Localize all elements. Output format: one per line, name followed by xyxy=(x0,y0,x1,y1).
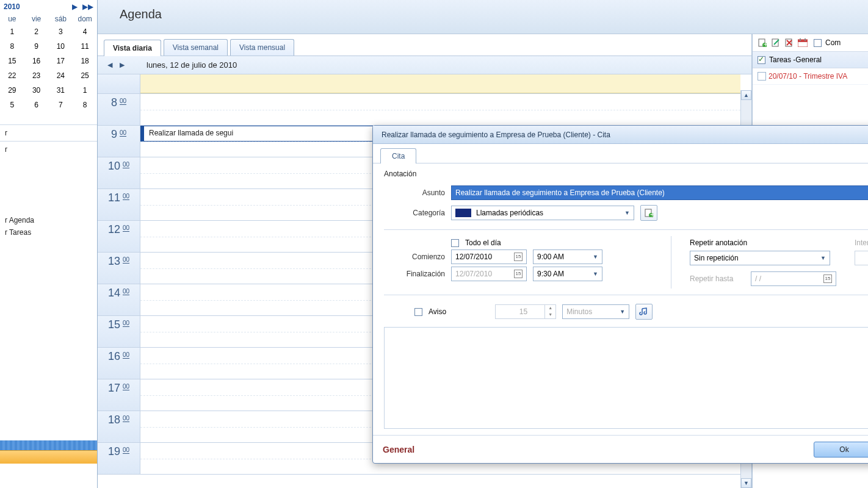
mini-cal-day[interactable]: 24 xyxy=(49,70,73,82)
tab-monthly[interactable]: Vista mensual xyxy=(230,39,294,56)
start-date-input[interactable]: 12/07/2010 15 xyxy=(451,249,527,264)
prev-day-icon[interactable]: ◀ xyxy=(104,61,116,69)
chevron-down-icon: ▼ xyxy=(624,210,630,216)
hour-gutter: 900 xyxy=(98,126,140,157)
sidebar-white-bar xyxy=(0,464,97,488)
label-asunto: Asunto xyxy=(384,188,445,197)
all-day-checkbox[interactable] xyxy=(451,239,459,247)
label-comienzo: Comienzo xyxy=(384,253,445,261)
mini-cal-day[interactable]: 11 xyxy=(73,40,97,52)
svg-rect-7 xyxy=(800,38,801,41)
mini-cal-day[interactable]: 22 xyxy=(0,70,24,82)
label-finalizacion: Finalización xyxy=(384,270,445,278)
mini-cal-day[interactable]: 7 xyxy=(49,99,73,111)
mini-cal-day[interactable]: 10 xyxy=(49,40,73,52)
sidebar-item-a[interactable]: r xyxy=(0,124,97,141)
repeat-select[interactable]: Sin repetición ▼ xyxy=(690,251,830,265)
calendar-icon[interactable]: 15 xyxy=(514,270,523,278)
mini-cal-day[interactable]: 3 xyxy=(49,26,73,38)
chevron-down-icon: ▼ xyxy=(593,254,598,260)
mini-cal-month: 2010 xyxy=(4,2,20,11)
mini-cal-day[interactable]: 17 xyxy=(49,55,73,67)
mini-cal-day[interactable]: 8 xyxy=(0,40,24,52)
calendar-icon[interactable]: 15 xyxy=(823,274,832,283)
sound-button[interactable] xyxy=(635,304,653,320)
subject-input[interactable] xyxy=(451,185,868,200)
task-add-icon[interactable]: + xyxy=(758,38,767,48)
tab-daily[interactable]: Vista diaria xyxy=(104,40,161,56)
end-date-input[interactable]: 12/07/2010 15 xyxy=(451,267,527,281)
hour-gutter: 1300 xyxy=(98,253,140,284)
label-categoria: Categoría xyxy=(384,209,445,217)
dialog-status: General xyxy=(383,445,414,454)
ok-button[interactable]: Ok xyxy=(814,442,868,458)
chevron-down-icon: ▼ xyxy=(820,255,826,261)
mini-cal-day[interactable]: 23 xyxy=(24,70,49,82)
chevron-down-icon: ▼ xyxy=(620,309,625,315)
mini-cal-day[interactable]: 25 xyxy=(73,70,97,82)
svg-text:+: + xyxy=(650,210,653,217)
category-value: Llamadas periódicas xyxy=(476,209,543,217)
label-intervalo: Intervalo (Días) xyxy=(855,239,868,247)
mini-cal-day[interactable]: 6 xyxy=(24,99,49,111)
tasks-header-checkbox[interactable] xyxy=(758,56,765,64)
current-date-label: lunes, 12 de julio de 2010 xyxy=(146,60,237,70)
alarm-unit-select[interactable]: Minutos ▼ xyxy=(562,304,629,319)
task-edit-icon[interactable] xyxy=(771,38,781,48)
spin-down-icon[interactable]: ▼ xyxy=(545,312,555,318)
sidebar-link-agenda[interactable]: r Agenda xyxy=(0,212,97,228)
spin-up-icon[interactable]: ▲ xyxy=(545,305,555,312)
mini-cal-day[interactable]: 1 xyxy=(73,84,97,96)
alarm-checkbox[interactable] xyxy=(414,308,422,316)
task-delete-icon[interactable] xyxy=(784,38,794,48)
mini-cal-day[interactable]: 16 xyxy=(24,55,49,67)
end-time-input[interactable]: 9:30 AM ▼ xyxy=(533,267,602,281)
mini-cal-next-icon[interactable]: ▶ xyxy=(72,2,78,11)
task-calendar-icon[interactable] xyxy=(798,38,808,48)
music-note-icon xyxy=(639,307,649,316)
mini-cal-day[interactable]: 31 xyxy=(49,84,73,96)
mini-cal-day[interactable]: 30 xyxy=(24,84,49,96)
tab-weekly[interactable]: Vista semanal xyxy=(164,39,228,56)
sidebar-orange-bar[interactable] xyxy=(0,450,97,464)
mini-cal-day[interactable]: 15 xyxy=(0,55,24,67)
dialog-title: Realizar llamada de seguimiento a Empres… xyxy=(382,131,868,139)
hour-gutter: 1400 xyxy=(98,284,140,315)
task-item[interactable]: 20/07/10 - Trimestre IVA xyxy=(753,68,868,85)
category-color-swatch xyxy=(455,209,471,217)
next-day-icon[interactable]: ▶ xyxy=(116,61,128,69)
mini-cal-day[interactable]: 1 xyxy=(0,26,24,38)
mini-cal-day[interactable]: 18 xyxy=(73,55,97,67)
scroll-down-icon[interactable]: ▼ xyxy=(741,478,751,488)
section-anotacion: Anotación xyxy=(384,170,868,178)
svg-rect-6 xyxy=(798,40,808,42)
left-sidebar: 2010 ▶ ▶▶ ueviesábdom 123489101115161718… xyxy=(0,0,98,488)
label-all-day: Todo el día xyxy=(465,239,501,247)
add-category-button[interactable]: + xyxy=(640,205,657,221)
start-time-input[interactable]: 9:00 AM ▼ xyxy=(533,249,602,264)
all-day-slot[interactable] xyxy=(140,74,740,93)
calendar-icon[interactable]: 15 xyxy=(514,253,523,261)
mini-cal-fwd-icon[interactable]: ▶▶ xyxy=(82,2,93,11)
sidebar-blue-bar xyxy=(0,440,97,450)
hour-gutter: 800 xyxy=(98,94,140,125)
mini-cal-day[interactable]: 2 xyxy=(24,26,49,38)
notes-textarea[interactable]: ▲ ▼ xyxy=(384,327,868,429)
category-select[interactable]: Llamadas periódicas ▼ xyxy=(451,206,634,220)
svg-rect-8 xyxy=(805,38,806,41)
mini-cal-day[interactable]: 8 xyxy=(73,99,97,111)
alarm-value-spinner[interactable]: ▲▼ xyxy=(495,304,556,319)
tasks-header-label: Tareas -General xyxy=(769,56,822,64)
dialog-tab-cita[interactable]: Cita xyxy=(380,148,416,163)
task-filter-checkbox[interactable] xyxy=(814,39,822,47)
interval-spinner[interactable]: ▲▼ xyxy=(855,251,868,265)
scroll-up-icon[interactable]: ▲ xyxy=(741,90,751,100)
mini-cal-day[interactable]: 5 xyxy=(0,99,24,111)
sidebar-item-b[interactable]: r xyxy=(0,141,97,157)
hour-slot[interactable] xyxy=(140,94,740,125)
mini-cal-day[interactable]: 29 xyxy=(0,84,24,96)
mini-cal-day[interactable]: 9 xyxy=(24,40,49,52)
sidebar-link-tareas[interactable]: r Tareas xyxy=(0,228,97,240)
mini-cal-day[interactable]: 4 xyxy=(73,26,97,38)
repeat-until-input[interactable]: / / 15 xyxy=(751,271,836,286)
